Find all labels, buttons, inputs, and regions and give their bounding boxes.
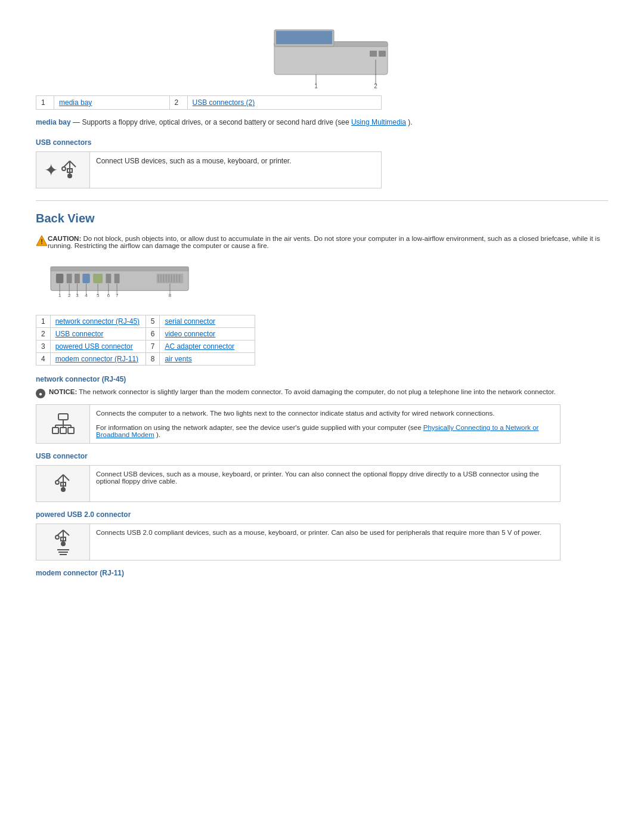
modem-connector-link[interactable]: modem connector (RJ-11): [55, 355, 138, 363]
ref-num-2: 2: [36, 328, 51, 340]
svg-rect-5: [379, 51, 386, 57]
ref-num-1: 1: [36, 315, 51, 328]
usb-icon-area: ✦: [36, 152, 90, 188]
usb-back-icon-area: [36, 466, 90, 501]
svg-text:!: !: [41, 238, 43, 245]
notice-label: NOTICE:: [49, 388, 77, 395]
svg-rect-24: [93, 274, 103, 283]
ac-adapter-link[interactable]: AC adapter connector: [165, 342, 234, 351]
network-connector-box: Connects the computer to a network. The …: [36, 404, 561, 444]
powered-usb-box: Connects USB 2.0 compliant devices, such…: [36, 524, 561, 561]
network-desc-1: Connects the computer to a network. The …: [96, 410, 554, 417]
notice-box: ● NOTICE: The network connector is sligh…: [36, 388, 608, 398]
item-num-2: 2: [169, 96, 187, 110]
svg-rect-56: [68, 428, 74, 433]
svg-line-12: [70, 161, 76, 167]
svg-rect-20: [56, 274, 63, 283]
powered-usb-section: powered USB 2.0 connector Connects USB 2…: [36, 510, 608, 561]
powered-usb-heading: powered USB 2.0 connector: [36, 510, 608, 519]
back-laptop-svg: 1 2 3 4 5 6 7 8: [36, 259, 209, 306]
network-connector-heading: network connector (RJ-45): [36, 375, 608, 383]
ref-num-4: 4: [36, 353, 51, 366]
item-label-1: media bay: [54, 96, 170, 110]
media-bay-desc-end: ).: [408, 118, 412, 126]
network-desc-2: For information on using the network ada…: [96, 424, 554, 438]
usb-connector-heading: USB connector: [36, 452, 608, 460]
ref-label-5: serial connector: [160, 315, 255, 328]
table-row: 1 network connector (RJ-45) 5 serial con…: [36, 315, 255, 328]
network-icon-area: [36, 405, 90, 443]
media-bay-link[interactable]: media bay: [59, 98, 92, 107]
svg-point-15: [67, 174, 72, 178]
usb-connector-back-section: USB connector Connect USB devices, such …: [36, 452, 608, 502]
powered-usb-icon-area: [36, 524, 90, 560]
svg-point-71: [55, 535, 59, 539]
ref-label-7: AC adapter connector: [160, 340, 255, 353]
top-laptop-section: 1 2 1 media bay 2 USB connectors (2) med…: [36, 24, 608, 126]
usb-connectors-link[interactable]: USB connectors (2): [193, 98, 255, 107]
svg-point-13: [62, 167, 66, 171]
laptop-image-top: 1 2: [36, 24, 608, 89]
ref-num-5: 5: [145, 315, 160, 328]
svg-rect-4: [370, 51, 377, 57]
powered-usb-desc: Connects USB 2.0 compliant devices, such…: [90, 524, 560, 560]
using-multimedia-link[interactable]: Using Multimedia: [351, 118, 406, 126]
section-divider: [36, 200, 608, 201]
network-connector-link[interactable]: network connector (RJ-45): [55, 317, 140, 326]
video-connector-link[interactable]: video connector: [165, 330, 215, 338]
svg-rect-54: [52, 428, 58, 433]
modem-connector-heading: modem connector (RJ-11): [36, 569, 608, 577]
media-bay-description: media bay — Supports a floppy drive, opt…: [36, 118, 608, 126]
usb-symbol-icon: ✦: [44, 160, 58, 180]
notice-icon: ●: [36, 389, 45, 398]
air-vents-link[interactable]: air vents: [165, 355, 191, 363]
usb-connector-back-box: Connect USB devices, such as a mouse, ke…: [36, 465, 561, 502]
ref-num-3: 3: [36, 340, 51, 353]
network-connector-desc: Connects the computer to a network. The …: [90, 405, 560, 443]
svg-rect-22: [75, 274, 80, 283]
ref-label-4: modem connector (RJ-11): [50, 353, 145, 366]
caution-text: CAUTION: Do not block, push objects into…: [48, 235, 608, 249]
svg-point-67: [61, 487, 66, 492]
table-row: 2 USB connector 6 video connector: [36, 328, 255, 340]
ref-num-6: 6: [145, 328, 160, 340]
svg-line-64: [63, 475, 69, 481]
ref-label-3: powered USB connector: [50, 340, 145, 353]
svg-rect-55: [60, 428, 66, 433]
item-num-1: 1: [36, 96, 54, 110]
ref-num-7: 7: [145, 340, 160, 353]
usb-trident-svg: [58, 158, 82, 182]
usb-connectors-heading: USB connectors: [36, 138, 608, 147]
svg-rect-26: [114, 274, 120, 283]
serial-connector-link[interactable]: serial connector: [165, 317, 215, 326]
media-bay-desc-text: — Supports a floppy drive, optical drive…: [73, 118, 351, 126]
ref-label-2: USB connector: [50, 328, 145, 340]
notice-text: NOTICE: The network connector is slightl…: [49, 388, 556, 395]
powered-usb-link[interactable]: powered USB connector: [55, 342, 133, 351]
usb-connector-ref-link[interactable]: USB connector: [55, 330, 104, 338]
svg-rect-25: [106, 274, 111, 283]
back-view-section: Back View ! CAUTION: Do not block, push …: [36, 212, 608, 577]
svg-rect-19: [51, 267, 188, 271]
back-ref-table: 1 network connector (RJ-45) 5 serial con…: [36, 315, 255, 366]
caution-triangle-icon: !: [36, 235, 48, 247]
laptop-img-placeholder: 1 2: [239, 24, 405, 89]
svg-rect-21: [67, 274, 72, 283]
laptop-image-back: 1 2 3 4 5 6 7 8: [36, 259, 608, 306]
caution-label: CAUTION:: [48, 235, 81, 242]
usb-connector-desc: Connect USB devices, such as a mouse, ke…: [90, 152, 381, 188]
svg-rect-53: [58, 414, 68, 420]
table-row: 4 modem connector (RJ-11) 8 air vents: [36, 353, 255, 366]
top-item-table: 1 media bay 2 USB connectors (2): [36, 95, 382, 110]
notice-desc: The network connector is slightly larger…: [79, 388, 556, 395]
caution-desc: Do not block, push objects into, or allo…: [48, 235, 600, 249]
back-view-heading: Back View: [36, 212, 608, 225]
svg-rect-3: [276, 31, 332, 44]
usb-connector-box: ✦ Connect USB devices, such as a mouse, …: [36, 151, 382, 188]
usb-connectors-section: USB connectors ✦ Connect USB devices, su…: [36, 138, 608, 188]
caution-box: ! CAUTION: Do not block, push objects in…: [36, 235, 608, 249]
network-connector-section: network connector (RJ-45) ● NOTICE: The …: [36, 375, 608, 444]
svg-line-11: [64, 161, 70, 167]
ref-num-8: 8: [145, 353, 160, 366]
media-bay-term: media bay: [36, 118, 71, 126]
